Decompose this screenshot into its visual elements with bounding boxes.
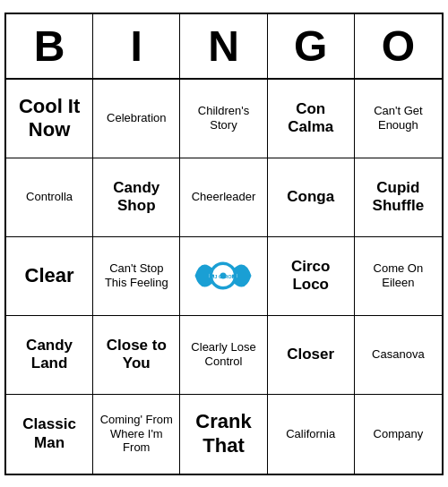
cell-13[interactable]: Circo Loco [268, 237, 355, 316]
cell-23[interactable]: California [268, 395, 355, 474]
cell-11[interactable]: Can't Stop This Feeling [93, 237, 180, 316]
cell-1[interactable]: Celebration [93, 80, 180, 158]
cell-19[interactable]: Casanova [355, 316, 442, 395]
cell-21[interactable]: Coming' From Where I'm From [93, 395, 180, 474]
cell-16[interactable]: Close to You [93, 316, 180, 395]
cell-20[interactable]: Classic Man [6, 395, 93, 474]
cell-0[interactable]: Cool It Now [6, 80, 93, 158]
dj-logo-icon: DJ G-ROB [192, 249, 254, 303]
letter-n: N [180, 14, 267, 78]
bingo-card: B I N G O Cool It Now Celebration Childr… [4, 13, 444, 475]
cell-12-free[interactable]: DJ G-ROB [180, 237, 267, 316]
letter-o: O [355, 14, 442, 78]
cell-2[interactable]: Children's Story [180, 80, 267, 158]
cell-8[interactable]: Conga [268, 158, 355, 237]
svg-rect-4 [210, 275, 215, 278]
letter-g: G [268, 14, 355, 78]
bingo-grid: Cool It Now Celebration Children's Story… [6, 80, 442, 474]
letter-i: I [93, 14, 180, 78]
cell-22[interactable]: Crank That [180, 395, 267, 474]
cell-4[interactable]: Can't Get Enough [355, 80, 442, 158]
bingo-header: B I N G O [6, 14, 442, 80]
cell-10[interactable]: Clear [6, 237, 93, 316]
cell-9[interactable]: Cupid Shuffle [355, 158, 442, 237]
cell-14[interactable]: Come On Eileen [355, 237, 442, 316]
letter-b: B [6, 14, 93, 78]
cell-7[interactable]: Cheerleader [180, 158, 267, 237]
cell-6[interactable]: Candy Shop [93, 158, 180, 237]
cell-24[interactable]: Company [355, 395, 442, 474]
svg-text:DJ G-ROB: DJ G-ROB [211, 274, 236, 279]
cell-5[interactable]: Controlla [6, 158, 93, 237]
cell-17[interactable]: Clearly Lose Control [180, 316, 267, 395]
cell-15[interactable]: Candy Land [6, 316, 93, 395]
cell-18[interactable]: Closer [268, 316, 355, 395]
svg-rect-5 [232, 275, 237, 278]
cell-3[interactable]: Con Calma [268, 80, 355, 158]
